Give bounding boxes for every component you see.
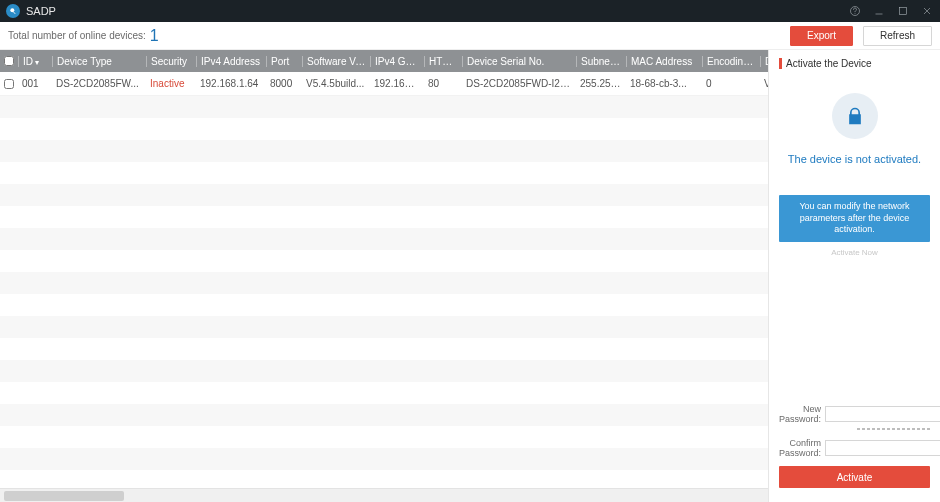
confirm-password-label: Confirm Password: — [779, 438, 825, 458]
col-security[interactable]: Security — [146, 56, 196, 67]
minimize-icon[interactable] — [872, 4, 886, 18]
activate-button[interactable]: Activate — [779, 466, 930, 488]
app-logo-icon — [6, 4, 20, 18]
grid-header: ID▾ Device Type Security IPv4 Address Po… — [0, 50, 768, 72]
cell-security: Inactive — [146, 78, 196, 89]
activation-hint: You can modify the network parameters af… — [779, 195, 930, 242]
table-row[interactable]: 001 DS-2CD2085FW... Inactive 192.168.1.6… — [0, 72, 768, 96]
cell-type: DS-2CD2085FW... — [52, 78, 146, 89]
col-type[interactable]: Device Type — [52, 56, 146, 67]
device-count-value: 1 — [150, 27, 159, 45]
lock-icon — [832, 93, 878, 139]
col-http[interactable]: HTTP P... — [424, 56, 462, 67]
title-bar: SADP — [0, 0, 940, 22]
cell-subnet: 255.255.... — [576, 78, 626, 89]
svg-rect-5 — [900, 8, 907, 15]
cell-ip: 192.168.1.64 — [196, 78, 266, 89]
refresh-button[interactable]: Refresh — [863, 26, 932, 46]
device-count-label: Total number of online devices: — [8, 30, 146, 41]
toolbar: Total number of online devices: 1 Export… — [0, 22, 940, 50]
app-title: SADP — [26, 5, 848, 17]
col-check[interactable] — [0, 56, 18, 66]
panel-title: Activate the Device — [779, 58, 930, 69]
activation-status: The device is not activated. — [788, 153, 921, 165]
activate-now-link[interactable]: Activate Now — [779, 248, 930, 257]
horizontal-scrollbar[interactable] — [0, 488, 768, 502]
cell-gateway: 192.168.... — [370, 78, 424, 89]
maximize-icon[interactable] — [896, 4, 910, 18]
cell-id: 001 — [18, 78, 52, 89]
new-password-input[interactable] — [825, 406, 940, 422]
col-software[interactable]: Software Ve... — [302, 56, 370, 67]
col-id[interactable]: ID▾ — [18, 56, 52, 67]
empty-rows — [0, 96, 768, 502]
export-button[interactable]: Export — [790, 26, 853, 46]
cell-software: V5.4.5build... — [302, 78, 370, 89]
device-grid: ID▾ Device Type Security IPv4 Address Po… — [0, 50, 768, 502]
col-serial[interactable]: Device Serial No. — [462, 56, 576, 67]
col-mac[interactable]: MAC Address — [626, 56, 702, 67]
svg-rect-1 — [13, 12, 15, 14]
cell-http: 80 — [424, 78, 462, 89]
col-dsp[interactable]: DSP Versio — [760, 56, 768, 67]
col-gateway[interactable]: IPv4 Gate... — [370, 56, 424, 67]
col-encoding[interactable]: Encoding Ch... — [702, 56, 760, 67]
row-checkbox[interactable] — [4, 79, 14, 89]
help-icon[interactable] — [848, 4, 862, 18]
col-subnet[interactable]: Subnet ... — [576, 56, 626, 67]
password-strength-meter — [857, 428, 930, 430]
cell-port: 8000 — [266, 78, 302, 89]
close-icon[interactable] — [920, 4, 934, 18]
confirm-password-input[interactable] — [825, 440, 940, 456]
svg-point-3 — [855, 13, 856, 14]
col-ip[interactable]: IPv4 Address — [196, 56, 266, 67]
col-port[interactable]: Port — [266, 56, 302, 67]
activate-panel: Activate the Device The device is not ac… — [768, 50, 940, 502]
new-password-label: New Password: — [779, 404, 825, 424]
cell-dsp: V7.3 build. — [760, 78, 768, 89]
cell-serial: DS-2CD2085FWD-I2017... — [462, 78, 576, 89]
cell-mac: 18-68-cb-3... — [626, 78, 702, 89]
cell-encoding: 0 — [702, 78, 760, 89]
